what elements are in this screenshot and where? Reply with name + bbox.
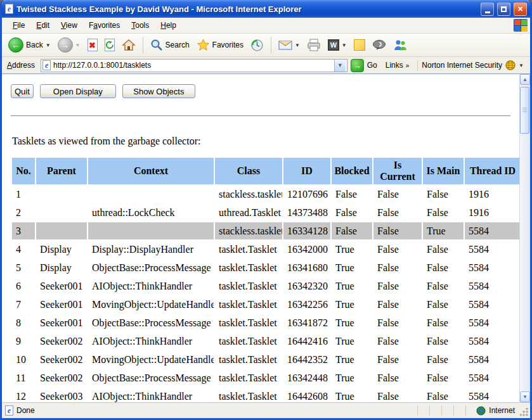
table-header-row: No.ParentContextClassIDBlockedIs Current… xyxy=(12,158,519,184)
table-cell: Seeker003 xyxy=(36,388,87,402)
table-cell: False xyxy=(423,369,464,386)
table-cell: ObjectBase::ProcessMessage xyxy=(88,259,214,276)
table-cell: False xyxy=(373,222,422,239)
table-cell: False xyxy=(423,204,464,221)
table-cell: 1916 xyxy=(465,186,519,203)
table-cell: False xyxy=(423,333,464,350)
edit-with-word-button[interactable]: W ▼ xyxy=(325,38,349,52)
mail-icon xyxy=(278,40,292,50)
refresh-button[interactable] xyxy=(102,37,117,53)
menu-item-edit[interactable]: Edit xyxy=(30,19,55,32)
table-cell: 5584 xyxy=(465,277,519,295)
maximize-button[interactable] xyxy=(497,3,510,16)
menu-items: FileEditViewFavoritesToolsHelp xyxy=(7,19,182,32)
menu-item-tools[interactable]: Tools xyxy=(126,19,155,32)
table-cell: tasklet.Tasklet xyxy=(215,388,282,402)
table-row: 2uthread::LockCheckuthread.Tasklet143734… xyxy=(12,204,519,221)
forward-button[interactable]: → ▼ xyxy=(55,36,83,54)
address-bar: Address e http://127.0.0.1:8001/tasklets… xyxy=(2,57,530,74)
scroll-up-button[interactable]: ▲ xyxy=(520,74,530,85)
table-cell: Display xyxy=(36,259,87,276)
search-label: Search xyxy=(165,41,190,49)
address-dropdown-button[interactable]: ▼ xyxy=(334,60,346,72)
table-cell: False xyxy=(373,241,422,258)
table-cell: False xyxy=(373,388,422,402)
note-button[interactable] xyxy=(351,38,368,52)
table-cell: False xyxy=(332,222,372,239)
maximize-icon xyxy=(501,6,507,12)
status-text: Done xyxy=(16,406,35,415)
home-button[interactable] xyxy=(119,37,138,53)
table-cell xyxy=(88,186,214,203)
mail-button[interactable]: ▼ xyxy=(276,39,302,51)
table-cell: 4 xyxy=(12,241,35,258)
open-display-button[interactable]: Open Display xyxy=(40,84,116,98)
minimize-button[interactable] xyxy=(481,3,494,16)
scrollbar-track[interactable] xyxy=(520,85,530,391)
table-cell xyxy=(88,222,214,239)
address-input[interactable]: e http://127.0.0.1:8001/tasklets ▼ xyxy=(41,59,347,72)
table-row: 6Seeker001AIObject::ThinkHandlertasklet.… xyxy=(12,277,519,295)
table-cell: MovingObject::UpdateHandler xyxy=(88,296,214,313)
links-chevron-icon[interactable]: » xyxy=(406,62,410,69)
table-cell: Seeker001 xyxy=(36,277,87,295)
menu-item-view[interactable]: View xyxy=(55,19,83,32)
mail-dropdown-icon[interactable]: ▼ xyxy=(295,42,300,48)
menu-item-favorites[interactable]: Favorites xyxy=(83,19,126,32)
table-cell: 16442416 xyxy=(283,333,330,350)
menu-item-file[interactable]: File xyxy=(7,19,30,32)
table-cell: 2 xyxy=(12,204,35,221)
search-button[interactable]: Search xyxy=(148,37,192,53)
table-cell: False xyxy=(373,296,422,313)
forward-icon: → xyxy=(58,37,73,53)
table-row: 8Seeker001ObjectBase::ProcessMessagetask… xyxy=(12,314,519,331)
norton-toolbar[interactable]: Norton Internet Security ▼ xyxy=(417,60,528,70)
tasklet-table: No.ParentContextClassIDBlockedIs Current… xyxy=(11,156,519,402)
back-button[interactable]: ← Back ▼ xyxy=(6,36,53,54)
table-cell: 5584 xyxy=(465,333,519,350)
links-button[interactable]: Links » xyxy=(380,61,415,70)
table-cell: 5584 xyxy=(465,369,519,386)
table-cell: stackless.tasklet xyxy=(215,222,282,239)
column-header: Blocked xyxy=(332,158,372,184)
intro-text: Tasklets as viewed from the garbage coll… xyxy=(12,136,519,147)
vertical-scrollbar[interactable]: ▲ ▼ xyxy=(519,74,530,402)
msn-messenger-button[interactable] xyxy=(391,38,410,53)
messenger-button[interactable] xyxy=(370,38,389,52)
word-dropdown-icon[interactable]: ▼ xyxy=(342,42,347,48)
table-cell: 5584 xyxy=(465,314,519,331)
table-cell: False xyxy=(373,186,422,203)
quit-button[interactable]: Quit xyxy=(11,84,34,98)
table-row: 7Seeker001MovingObject::UpdateHandlertas… xyxy=(12,296,519,313)
print-button[interactable] xyxy=(304,37,323,53)
go-button[interactable]: → xyxy=(351,59,364,72)
table-cell: 10 xyxy=(12,351,35,368)
scrollbar-thumb[interactable] xyxy=(520,87,529,134)
menu-bar: FileEditViewFavoritesToolsHelp xyxy=(2,18,530,34)
history-icon xyxy=(250,39,264,52)
resize-grip[interactable] xyxy=(520,408,528,416)
tasklet-table-body: 1stackless.tasklet12107696FalseFalseFals… xyxy=(12,186,519,402)
word-icon: W xyxy=(328,39,339,51)
close-button[interactable]: ✕ xyxy=(514,3,527,16)
table-row: 11Seeker002ObjectBase::ProcessMessagetas… xyxy=(12,369,519,386)
history-button[interactable] xyxy=(248,37,266,53)
table-cell: 5584 xyxy=(465,222,519,239)
table-row: 10Seeker002MovingObject::UpdateHandlerta… xyxy=(12,351,519,368)
table-cell: False xyxy=(373,333,422,350)
stop-button[interactable]: ✖ xyxy=(85,37,100,53)
scroll-down-button[interactable]: ▼ xyxy=(520,391,530,402)
menu-item-help[interactable]: Help xyxy=(155,19,182,32)
table-cell: True xyxy=(332,296,372,313)
forward-dropdown-icon[interactable]: ▼ xyxy=(75,42,81,48)
table-cell: False xyxy=(423,277,464,295)
norton-dropdown-icon[interactable]: ▼ xyxy=(519,63,524,68)
back-dropdown-icon[interactable]: ▼ xyxy=(46,42,51,48)
show-objects-button[interactable]: Show Objects xyxy=(122,84,195,98)
favorites-button[interactable]: Favorites xyxy=(194,37,246,53)
table-cell: True xyxy=(332,351,372,368)
table-cell xyxy=(36,204,87,221)
table-cell: 9 xyxy=(12,333,35,350)
table-cell: tasklet.Tasklet xyxy=(215,241,282,258)
table-cell: 16341680 xyxy=(283,259,330,276)
